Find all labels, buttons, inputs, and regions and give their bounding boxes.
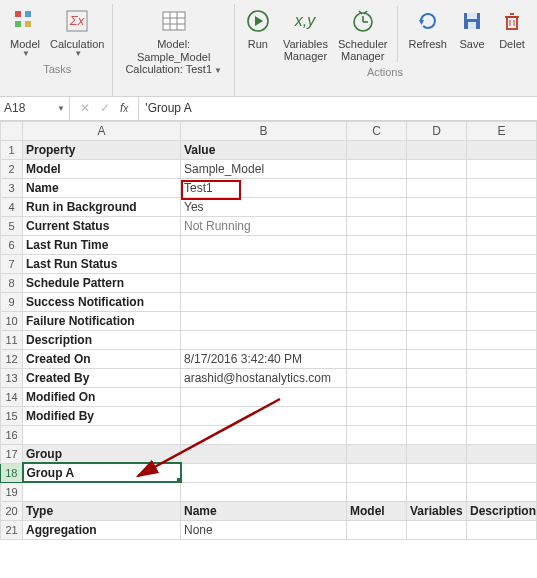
cell[interactable]: Modified By [23,406,181,425]
cell[interactable] [347,425,407,444]
name-box[interactable]: A18 ▼ [0,97,70,120]
cell[interactable] [181,292,347,311]
cell[interactable] [347,520,407,539]
cell[interactable] [467,292,537,311]
cell[interactable] [181,425,347,444]
col-header-A[interactable]: A [23,121,181,140]
cell[interactable] [181,330,347,349]
cell[interactable] [347,292,407,311]
cell[interactable] [467,140,537,159]
cell[interactable] [467,197,537,216]
row-header[interactable]: 11 [1,330,23,349]
cell[interactable] [347,273,407,292]
cell[interactable] [347,178,407,197]
cell[interactable]: Variables [407,501,467,520]
row-header[interactable]: 19 [1,482,23,501]
cell[interactable] [467,254,537,273]
cell[interactable]: Current Status [23,216,181,235]
scheduler-manager-button[interactable]: Scheduler Manager [336,4,390,64]
cell[interactable]: Last Run Status [23,254,181,273]
cell[interactable] [347,482,407,501]
cell[interactable] [181,235,347,254]
cell[interactable]: Value [181,140,347,159]
cell[interactable]: Yes [181,197,347,216]
row-header[interactable]: 3 [1,178,23,197]
cell[interactable] [347,216,407,235]
cell[interactable]: arashid@hostanalytics.com [181,368,347,387]
cell[interactable] [467,444,537,463]
cell[interactable] [181,273,347,292]
run-button[interactable]: Run [241,4,275,64]
select-all-corner[interactable] [1,121,23,140]
cell[interactable] [347,140,407,159]
row-header[interactable]: 5 [1,216,23,235]
cell[interactable]: Description [467,501,537,520]
cell[interactable]: Group [23,444,181,463]
cell[interactable] [407,425,467,444]
row-header[interactable]: 10 [1,311,23,330]
cell[interactable] [467,235,537,254]
cell[interactable] [467,178,537,197]
cell[interactable] [467,520,537,539]
cell[interactable] [407,216,467,235]
cell[interactable] [347,444,407,463]
row-header[interactable]: 1 [1,140,23,159]
model-calc-picker[interactable]: Model: Sample_Model Calculation: Test1▼ [119,4,227,78]
model-button[interactable]: Model ▼ [8,4,42,61]
row-header[interactable]: 15 [1,406,23,425]
cell[interactable] [347,254,407,273]
cell[interactable] [347,387,407,406]
cell[interactable] [407,463,467,482]
cell[interactable]: Name [23,178,181,197]
col-header-C[interactable]: C [347,121,407,140]
cell[interactable] [407,406,467,425]
row-header[interactable]: 4 [1,197,23,216]
cell[interactable]: Group A▼ [23,463,181,482]
cell[interactable] [347,159,407,178]
row-header[interactable]: 7 [1,254,23,273]
cell[interactable] [467,311,537,330]
cell[interactable] [467,387,537,406]
cancel-icon[interactable]: ✕ [80,101,90,115]
cell[interactable]: 8/17/2016 3:42:40 PM [181,349,347,368]
cell[interactable] [467,330,537,349]
fx-icon[interactable]: fx [120,101,128,115]
cell[interactable]: Aggregation [23,520,181,539]
cell[interactable] [347,235,407,254]
row-header[interactable]: 8 [1,273,23,292]
cell[interactable] [23,482,181,501]
cell[interactable] [407,482,467,501]
cell[interactable] [181,406,347,425]
cell[interactable]: Not Running [181,216,347,235]
cell[interactable] [467,159,537,178]
delete-button[interactable]: Delet [495,4,529,64]
cell[interactable] [407,178,467,197]
cell[interactable] [407,349,467,368]
cell[interactable] [467,425,537,444]
cell[interactable] [467,482,537,501]
cell[interactable]: Sample_Model [181,159,347,178]
save-button[interactable]: Save [455,4,489,64]
cell[interactable] [181,254,347,273]
cell[interactable] [347,406,407,425]
cell[interactable] [23,425,181,444]
cell[interactable]: Model [347,501,407,520]
calculation-button[interactable]: Σx Calculation ▼ [48,4,106,61]
cell[interactable] [407,311,467,330]
row-header[interactable]: 18 [1,463,23,482]
row-header[interactable]: 21 [1,520,23,539]
cell[interactable]: Test1 [181,178,347,197]
cell[interactable] [347,311,407,330]
row-header[interactable]: 9 [1,292,23,311]
cell[interactable]: Run in Background [23,197,181,216]
cell[interactable] [407,520,467,539]
cell[interactable] [181,387,347,406]
cell[interactable]: Name [181,501,347,520]
cell[interactable] [467,349,537,368]
row-header[interactable]: 14 [1,387,23,406]
variables-manager-button[interactable]: x,y Variables Manager [281,4,330,64]
cell[interactable] [181,482,347,501]
row-header[interactable]: 6 [1,235,23,254]
fill-handle[interactable] [177,478,181,482]
cell[interactable]: None [181,520,347,539]
